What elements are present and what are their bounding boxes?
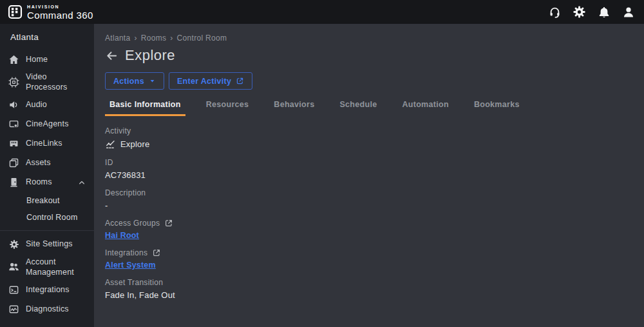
field-label: Access Groups [105, 219, 631, 228]
breadcrumb-control-room: Control Room [177, 34, 227, 43]
terminal-icon [8, 284, 19, 295]
sidebar-item-label: Integrations [26, 284, 70, 295]
integrations-link-row: Alert System [105, 261, 631, 270]
topbar-icon-group [548, 5, 635, 19]
basic-information-panel: Activity Explore ID [105, 126, 631, 300]
caret-down-icon [149, 77, 156, 84]
sidebar-item-integrations[interactable]: Integrations [0, 280, 94, 299]
sidebar-item-diagnostics[interactable]: Diagnostics [0, 299, 94, 319]
app-window: HAIVISION Command 360 [0, 0, 644, 327]
settings-gear-icon[interactable] [573, 5, 586, 19]
external-link-icon [236, 77, 244, 85]
field-label: ID [105, 158, 631, 167]
sidebar-item-account-management[interactable]: Account Management [0, 254, 94, 281]
sidebar-item-label: Video Processors [26, 72, 89, 93]
notifications-bell-icon[interactable] [597, 5, 611, 19]
breadcrumb-atlanta[interactable]: Atlanta [105, 34, 130, 43]
access-groups-link-row: Hai Root [105, 231, 631, 240]
sidebar: Atlanta Home [0, 24, 94, 327]
support-headset-icon[interactable] [548, 5, 562, 19]
brand-logo[interactable]: HAIVISION Command 360 [8, 5, 93, 20]
field-label: Activity [105, 126, 631, 135]
people-icon [8, 261, 19, 272]
title-row: Explore [105, 47, 631, 64]
sidebar-item-label: Site Settings [26, 239, 73, 249]
brand-name: HAIVISION [27, 5, 93, 9]
chevron-up-icon[interactable] [78, 179, 86, 186]
sidebar-subitem-breakout[interactable]: Breakout [0, 192, 94, 209]
tab-schedule[interactable]: Schedule [335, 100, 381, 116]
id-label: ID [105, 158, 113, 167]
activity-value: Explore [120, 139, 149, 149]
tab-automation[interactable]: Automation [397, 100, 453, 116]
field-label: Description [105, 188, 631, 197]
field-activity: Activity Explore [105, 126, 631, 150]
field-access-groups: Access Groups Hai Root [105, 219, 631, 240]
sidebar-item-home[interactable]: Home [0, 50, 94, 69]
sidebar-nav: Home Video Processors [0, 50, 94, 319]
activity-value-row: Explore [105, 139, 631, 150]
product-name: Command 360 [27, 10, 93, 20]
rooms-submenu: Breakout Control Room [0, 192, 94, 226]
hai-root-link[interactable]: Hai Root [105, 231, 139, 240]
tab-behaviors[interactable]: Behaviors [269, 100, 319, 116]
integrations-label: Integrations [105, 248, 147, 257]
tab-resources[interactable]: Resources [202, 100, 254, 116]
speaker-icon [8, 99, 19, 110]
sidebar-item-site-settings[interactable]: Site Settings [0, 235, 94, 254]
id-value: AC736831 [105, 170, 631, 180]
sidebar-item-video-processors[interactable]: Video Processors [0, 69, 94, 95]
enter-activity-button[interactable]: Enter Activity [169, 72, 252, 90]
tab-basic-information[interactable]: Basic Information [105, 100, 185, 116]
sidebar-item-label: CineAgents [26, 119, 69, 129]
field-asset-transition: Asset Transition Fade In, Fade Out [105, 278, 631, 300]
description-value: - [105, 201, 631, 210]
sidebar-item-label: CineLinks [26, 138, 62, 148]
breadcrumb-separator: › [134, 34, 137, 43]
layers-icon [8, 157, 19, 168]
chip-icon [8, 77, 19, 88]
sidebar-subitem-control-room[interactable]: Control Room [0, 209, 94, 226]
sidebar-item-rooms[interactable]: Rooms [0, 173, 94, 192]
page-title: Explore [125, 47, 175, 64]
back-arrow-icon[interactable] [105, 49, 118, 62]
alert-system-link[interactable]: Alert System [105, 261, 156, 270]
tab-bar: Basic Information Resources Behaviors Sc… [105, 100, 631, 116]
asset-transition-value: Fade In, Fade Out [105, 290, 631, 300]
port-icon [8, 138, 19, 149]
site-name: Atlanta [0, 24, 94, 50]
field-label: Integrations [105, 248, 631, 257]
enter-activity-button-label: Enter Activity [177, 77, 231, 86]
main-content: Atlanta › Rooms › Control Room Explore A… [94, 24, 644, 327]
sidebar-item-label: Audio [26, 99, 47, 110]
sidebar-item-audio[interactable]: Audio [0, 95, 94, 115]
sidebar-item-label: Diagnostics [26, 304, 69, 314]
external-link-icon[interactable] [152, 248, 161, 257]
sidebar-item-cinelinks[interactable]: CineLinks [0, 134, 94, 154]
door-icon [8, 177, 19, 188]
brand-text: HAIVISION Command 360 [27, 5, 93, 20]
sidebar-divider [0, 230, 94, 231]
gear-icon [8, 239, 19, 250]
access-groups-label: Access Groups [105, 219, 160, 228]
actions-button[interactable]: Actions [105, 72, 164, 90]
haivision-logo-icon [8, 5, 23, 19]
sidebar-item-cineagents[interactable]: CineAgents [0, 115, 94, 134]
tab-bookmarks[interactable]: Bookmarks [469, 100, 524, 116]
field-integrations: Integrations Alert System [105, 248, 631, 270]
actions-button-label: Actions [113, 77, 144, 86]
external-link-icon[interactable] [164, 219, 173, 228]
activity-chart-icon [105, 139, 116, 150]
screen-icon [8, 119, 19, 130]
pulse-icon [8, 304, 19, 315]
account-person-icon[interactable] [621, 5, 635, 19]
field-description: Description - [105, 188, 631, 210]
sidebar-item-label: Rooms [26, 177, 52, 187]
sidebar-item-label: Account Management [26, 257, 82, 278]
breadcrumb-separator: › [170, 34, 173, 43]
sidebar-item-assets[interactable]: Assets [0, 154, 94, 173]
description-label: Description [105, 188, 146, 197]
field-label: Asset Transition [105, 278, 631, 287]
breadcrumb-rooms[interactable]: Rooms [141, 34, 167, 43]
asset-transition-label: Asset Transition [105, 278, 163, 287]
